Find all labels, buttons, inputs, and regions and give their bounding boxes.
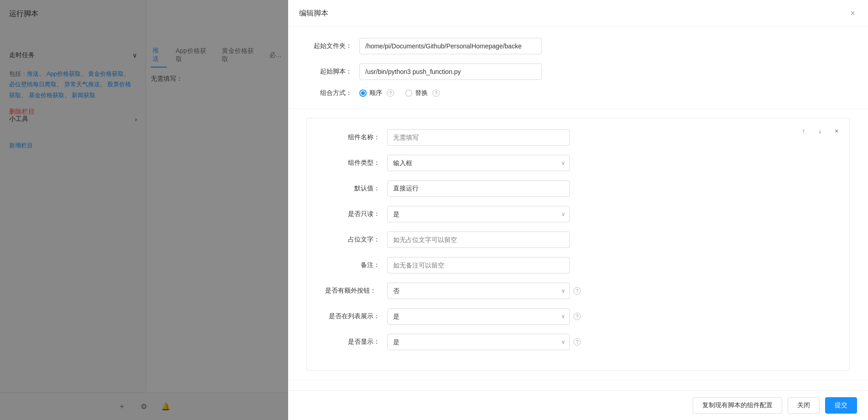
start-script-label: 起始脚本： bbox=[306, 68, 352, 76]
readonly-select-wrapper: 是 否 ∨ bbox=[387, 206, 570, 222]
modal-header: 编辑脚本 × bbox=[288, 0, 868, 27]
show-help-icon[interactable]: ? bbox=[573, 338, 581, 346]
list-display-row: 是否在列表展示： 是 否 ∨ ? bbox=[325, 308, 831, 325]
component-name-input[interactable] bbox=[387, 129, 570, 146]
show-select[interactable]: 是 否 bbox=[387, 334, 570, 350]
start-folder-label: 起始文件夹： bbox=[306, 42, 352, 50]
submit-button[interactable]: 提交 bbox=[825, 397, 857, 414]
add-param-bar: + 添加参数 bbox=[288, 380, 868, 390]
radio-sequential[interactable]: 顺序 ? bbox=[359, 89, 394, 97]
delete-component-button[interactable]: × bbox=[831, 126, 842, 136]
close-button[interactable]: 关闭 bbox=[788, 397, 820, 414]
edit-script-modal: 编辑脚本 × 起始文件夹： 起始脚本： 组合方式： bbox=[288, 0, 868, 420]
list-display-select-wrapper: 是 否 ∨ bbox=[387, 308, 570, 325]
move-down-button[interactable]: ↓ bbox=[815, 126, 826, 136]
top-section: 起始文件夹： 起始脚本： 组合方式： 顺序 ? bbox=[288, 27, 868, 109]
component-section: ↑ ↓ × 组件名称： 组件类型： 输入框 下拉框 多 bbox=[306, 118, 850, 371]
combine-method-label: 组合方式： bbox=[306, 89, 352, 97]
radio-sequential-dot bbox=[361, 91, 365, 95]
modal-title: 编辑脚本 bbox=[299, 9, 328, 18]
radio-replace-circle bbox=[405, 89, 412, 97]
sequential-help-icon[interactable]: ? bbox=[387, 89, 394, 97]
copy-config-button[interactable]: 复制现有脚本的组件配置 bbox=[693, 397, 782, 414]
default-value-input[interactable] bbox=[387, 180, 570, 197]
remark-label: 备注： bbox=[325, 261, 380, 269]
radio-sequential-label: 顺序 bbox=[369, 89, 382, 97]
readonly-select[interactable]: 是 否 bbox=[387, 206, 570, 222]
component-type-select-wrapper: 输入框 下拉框 多行文本 ∨ bbox=[387, 155, 570, 171]
modal-body: 起始文件夹： 起始脚本： 组合方式： 顺序 ? bbox=[288, 27, 868, 390]
extra-btn-label: 是否有额外按钮： bbox=[325, 287, 380, 295]
show-select-wrapper: 是 否 ∨ bbox=[387, 334, 570, 350]
placeholder-label: 占位文字： bbox=[325, 236, 380, 244]
extra-btn-help-icon[interactable]: ? bbox=[573, 287, 581, 294]
radio-replace[interactable]: 替换 ? bbox=[405, 89, 440, 97]
replace-help-icon[interactable]: ? bbox=[432, 89, 440, 97]
component-name-label: 组件名称： bbox=[325, 133, 380, 142]
component-type-select[interactable]: 输入框 下拉框 多行文本 bbox=[387, 155, 570, 171]
modal-close-button[interactable]: × bbox=[848, 7, 857, 19]
show-label: 是否显示： bbox=[325, 338, 380, 346]
show-row: 是否显示： 是 否 ∨ ? bbox=[325, 334, 831, 350]
start-folder-input[interactable] bbox=[359, 38, 542, 54]
readonly-row: 是否只读： 是 否 ∨ bbox=[325, 206, 831, 222]
start-script-row: 起始脚本： bbox=[306, 63, 850, 80]
list-display-help-icon[interactable]: ? bbox=[573, 313, 581, 320]
start-folder-row: 起始文件夹： bbox=[306, 38, 850, 54]
move-up-button[interactable]: ↑ bbox=[798, 126, 809, 136]
radio-replace-label: 替换 bbox=[415, 89, 428, 97]
default-value-row: 默认值： bbox=[325, 180, 831, 197]
extra-btn-select[interactable]: 否 是 bbox=[387, 283, 570, 299]
combine-method-row: 组合方式： 顺序 ? 替换 ? bbox=[306, 89, 850, 97]
extra-btn-row: 是否有额外按钮： 否 是 ∨ ? bbox=[325, 283, 831, 299]
remark-row: 备注： bbox=[325, 257, 831, 273]
extra-btn-select-wrapper: 否 是 ∨ bbox=[387, 283, 570, 299]
component-form: 组件名称： 组件类型： 输入框 下拉框 多行文本 ∨ bbox=[307, 118, 849, 370]
component-name-row: 组件名称： bbox=[325, 129, 831, 146]
component-type-label: 组件类型： bbox=[325, 159, 380, 167]
start-script-input[interactable] bbox=[359, 63, 542, 80]
list-display-label: 是否在列表展示： bbox=[325, 312, 380, 320]
remark-input[interactable] bbox=[387, 257, 570, 273]
modal-footer: 复制现有脚本的组件配置 关闭 提交 bbox=[288, 390, 868, 420]
list-display-select[interactable]: 是 否 bbox=[387, 308, 570, 325]
component-type-row: 组件类型： 输入框 下拉框 多行文本 ∨ bbox=[325, 155, 831, 171]
placeholder-input[interactable] bbox=[387, 231, 570, 248]
component-actions: ↑ ↓ × bbox=[798, 126, 842, 136]
readonly-label: 是否只读： bbox=[325, 210, 380, 218]
placeholder-row: 占位文字： bbox=[325, 231, 831, 248]
combine-radio-group: 顺序 ? 替换 ? bbox=[359, 89, 440, 97]
default-value-label: 默认值： bbox=[325, 184, 380, 193]
radio-sequential-circle bbox=[359, 89, 367, 97]
